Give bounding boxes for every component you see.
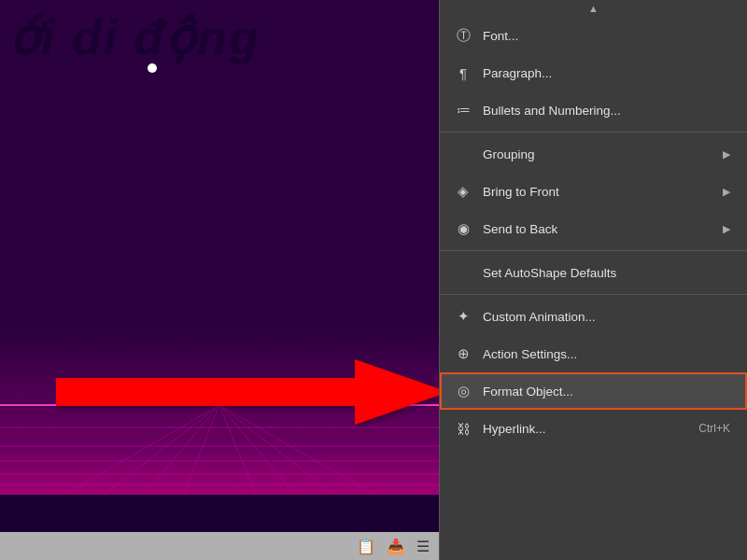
menu-item-bring-to-front[interactable]: ◈Bring to Front▶ (440, 173, 747, 210)
hyperlink-icon: ⛓ (453, 418, 473, 439)
white-dot (148, 63, 157, 73)
menu-item-set-autoshape[interactable]: Set AutoShape Defaults (440, 254, 747, 291)
separator-after-send-to-back (440, 250, 747, 251)
separator-after-set-autoshape (440, 294, 747, 295)
menu-item-custom-animation[interactable]: ✦Custom Animation... (440, 298, 747, 335)
menu-item-hyperlink[interactable]: ⛓Hyperlink...Ctrl+K (440, 410, 747, 447)
set-autoshape-label: Set AutoShape Defaults (483, 266, 730, 280)
grouping-submenu-arrow: ▶ (723, 148, 730, 161)
menu-scroll-up[interactable]: ▲ (440, 0, 747, 17)
bring-to-front-submenu-arrow: ▶ (723, 186, 730, 198)
hyperlink-label: Hyperlink... (483, 422, 689, 436)
bring-to-front-icon: ◈ (453, 181, 473, 202)
hyperlink-shortcut: Ctrl+K (698, 422, 730, 435)
separator-after-bullets (440, 132, 747, 133)
grouping-label: Grouping (483, 147, 715, 161)
send-to-back-label: Send to Back (483, 222, 715, 236)
grid-background (0, 327, 439, 532)
bottom-icon-2[interactable]: 📥 (387, 538, 405, 555)
custom-animation-label: Custom Animation... (483, 310, 730, 324)
menu-item-paragraph[interactable]: ¶Paragraph... (440, 54, 747, 91)
bring-to-front-label: Bring to Front (483, 185, 715, 199)
context-menu: ▲ ⓉFont...¶Paragraph...≔Bullets and Numb… (439, 0, 747, 560)
font-label: Font... (483, 29, 730, 43)
format-object-label: Format Object... (483, 385, 730, 399)
paragraph-label: Paragraph... (483, 66, 730, 80)
menu-item-format-object[interactable]: ◎Format Object... (440, 372, 747, 410)
menu-item-send-to-back[interactable]: ◉Send to Back▶ (440, 210, 747, 247)
paragraph-icon: ¶ (453, 63, 473, 83)
menu-item-bullets[interactable]: ≔Bullets and Numbering... (440, 91, 747, 129)
set-autoshape-icon (453, 262, 473, 283)
menu-item-grouping[interactable]: Grouping▶ (440, 135, 747, 173)
svg-rect-17 (0, 495, 439, 532)
slide-background: ới di động (0, 0, 439, 532)
format-object-icon: ◎ (453, 381, 473, 401)
menu-item-action-settings[interactable]: ⊕Action Settings... (440, 335, 747, 372)
send-to-back-icon: ◉ (453, 218, 473, 239)
bullets-label: Bullets and Numbering... (483, 104, 730, 118)
send-to-back-submenu-arrow: ▶ (723, 223, 730, 235)
slide-title: ới di động (9, 9, 261, 65)
bottom-icon-1[interactable]: 📋 (357, 538, 375, 555)
bottom-icon-3[interactable]: ☰ (416, 538, 430, 555)
menu-item-font[interactable]: ⓉFont... (440, 17, 747, 54)
bullets-icon: ≔ (453, 100, 473, 120)
grouping-icon (453, 144, 473, 164)
slide-bottom-bar: 📋 📥 ☰ (0, 532, 439, 560)
action-settings-label: Action Settings... (483, 347, 730, 361)
action-settings-icon: ⊕ (453, 343, 473, 364)
custom-animation-icon: ✦ (453, 306, 473, 327)
font-icon: Ⓣ (453, 25, 473, 46)
